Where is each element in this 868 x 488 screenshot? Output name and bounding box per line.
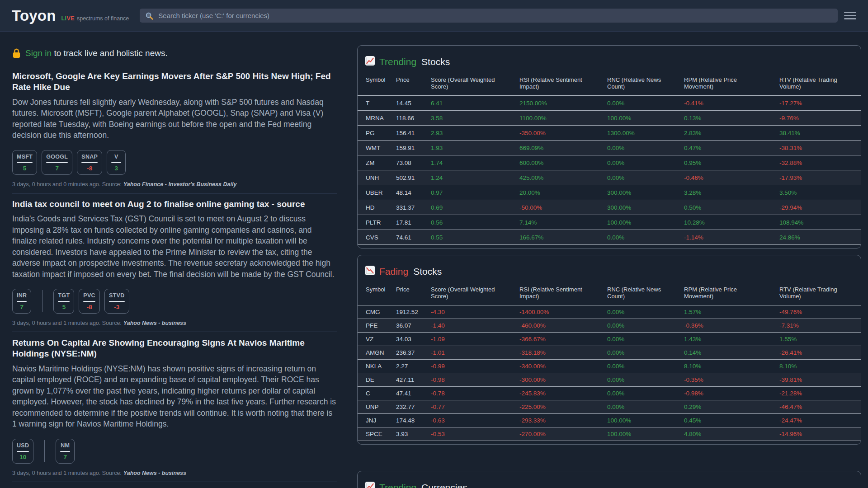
signin-text: Sign in to track live and holistic news.	[25, 48, 168, 58]
column-header: RPM (Relative Price Movement)	[676, 74, 771, 96]
rnc-cell: 1300.00%	[599, 126, 676, 141]
rsi-cell: -318.18%	[511, 346, 599, 360]
column-header: Symbol	[358, 74, 388, 96]
stock-row[interactable]: UNH502.911.24425.00%0.00%-0.46%-17.93%	[358, 170, 861, 185]
stock-row[interactable]: MRNA118.663.581100.00%100.00%0.13%-9.76%	[358, 111, 861, 126]
stock-row[interactable]: C47.41-0.78-245.83%0.00%-0.98%-21.28%	[358, 387, 861, 400]
ticker-symbol: V	[114, 154, 118, 160]
rtv-cell: -39.81%	[771, 373, 861, 387]
rnc-cell: 0.00%	[599, 305, 676, 319]
tag-group-divider	[42, 290, 42, 312]
stock-row[interactable]: ZM73.081.74600.00%0.00%0.95%-32.88%	[358, 155, 861, 170]
rsi-cell: 2150.00%	[511, 96, 599, 111]
timestamp-text: 3 days, 0 hours and 1 minutes ago. Sourc…	[12, 470, 122, 476]
rtv-cell: 3.50%	[771, 185, 861, 200]
search-bar[interactable]	[140, 9, 838, 23]
rsi-cell: -270.00%	[511, 427, 599, 441]
price-cell: 14.45	[388, 96, 423, 111]
rnc-cell: 0.00%	[599, 373, 676, 387]
panel-title-rest: Currencies	[421, 482, 467, 488]
stock-row[interactable]: UNP232.77-0.77-225.00%0.00%0.29%-46.47%	[358, 400, 861, 414]
rtv-cell: -14.96%	[771, 427, 861, 441]
tag-divider	[83, 301, 95, 302]
price-cell: 73.08	[388, 155, 423, 170]
score-cell: 6.41	[423, 96, 511, 111]
rpm-cell: 0.29%	[676, 400, 771, 414]
tagline: spectrums of finance	[77, 15, 129, 22]
rpm-cell: 0.45%	[676, 414, 771, 427]
column-header: RPM (Relative Price Movement)	[676, 283, 771, 305]
rpm-cell: 1.43%	[676, 333, 771, 346]
stock-row[interactable]: SPCE3.93-0.53-270.00%100.00%4.80%-14.96%	[358, 427, 861, 441]
stock-row[interactable]: HD331.370.69-50.00%300.00%0.50%-29.94%	[358, 200, 861, 215]
rsi-cell: -245.83%	[511, 387, 599, 400]
search-icon	[145, 12, 153, 20]
rsi-cell: -1400.00%	[511, 305, 599, 319]
tag-divider	[60, 451, 70, 452]
ticker-tag[interactable]: INR7	[12, 289, 31, 314]
ticker-tag[interactable]: PVC-8	[79, 289, 100, 314]
score-cell: 2.93	[423, 126, 511, 141]
signin-row: Sign in to track live and holistic news.	[12, 48, 337, 58]
price-cell: 502.91	[388, 170, 423, 185]
stock-row[interactable]: VZ34.03-1.09-366.67%0.00%1.43%1.55%	[358, 333, 861, 346]
rnc-cell: 0.00%	[599, 96, 676, 111]
rpm-cell: -0.98%	[676, 387, 771, 400]
stock-row[interactable]: AMGN236.37-1.01-318.18%0.00%0.14%-26.41%	[358, 346, 861, 360]
article-headline[interactable]: Returns On Capital Are Showing Encouragi…	[12, 338, 337, 359]
rtv-cell: -21.28%	[771, 387, 861, 400]
stock-row[interactable]: DE427.11-0.98-300.00%0.00%-0.35%-39.81%	[358, 373, 861, 387]
rtv-cell: -17.27%	[771, 96, 861, 111]
symbol-cell: CMG	[358, 305, 388, 319]
stock-row[interactable]: WMT159.911.93669.09%0.00%0.47%-38.31%	[358, 141, 861, 155]
price-cell: 427.11	[388, 373, 423, 387]
rtv-cell: 108.94%	[771, 215, 861, 230]
rtv-cell: -29.94%	[771, 200, 861, 215]
price-cell: 2.27	[388, 360, 423, 373]
signin-link[interactable]: Sign in	[25, 48, 52, 58]
news-feed: Sign in to track live and holistic news.…	[12, 32, 337, 488]
rsi-cell: -460.00%	[511, 319, 599, 333]
ticker-tag[interactable]: STVD-3	[104, 289, 129, 314]
ticker-tag[interactable]: V3	[107, 150, 126, 175]
ticker-tag[interactable]: TGT5	[53, 289, 74, 314]
rnc-cell: 0.00%	[599, 155, 676, 170]
stock-row[interactable]: PFE36.07-1.40-460.00%0.00%-0.36%-7.31%	[358, 319, 861, 333]
stock-row[interactable]: CVS74.610.55166.67%0.00%-1.14%24.86%	[358, 230, 861, 245]
ticker-tag[interactable]: GOOGL7	[42, 150, 72, 175]
rnc-cell: 100.00%	[599, 427, 676, 441]
rtv-cell: -24.47%	[771, 414, 861, 427]
ticker-tag[interactable]: MSFT5	[12, 150, 37, 175]
symbol-cell: T	[358, 96, 388, 111]
ticker-tag[interactable]: SNAP-8	[77, 150, 102, 175]
stock-row[interactable]: JNJ174.48-0.63-293.33%100.00%0.45%-24.47…	[358, 414, 861, 427]
rnc-cell: 300.00%	[599, 185, 676, 200]
tag-group-divider	[44, 440, 45, 462]
app-logo[interactable]: Toyon	[12, 8, 56, 23]
stock-row[interactable]: CMG1912.52-4.30-1400.00%0.00%1.57%-49.76…	[358, 305, 861, 319]
stock-row[interactable]: PG156.412.93-350.00%1300.00%2.83%38.41%	[358, 126, 861, 141]
price-cell: 17.81	[388, 215, 423, 230]
rtv-cell: -46.47%	[771, 400, 861, 414]
rpm-cell: 0.95%	[676, 155, 771, 170]
rnc-cell: 300.00%	[599, 200, 676, 215]
ticker-score: 10	[19, 454, 26, 460]
ticker-tag[interactable]: NM7	[56, 439, 75, 464]
column-header: RNC (Relative News Count)	[599, 74, 676, 96]
article-headline[interactable]: India tax council to meet on Aug 2 to fi…	[12, 199, 337, 210]
stock-row[interactable]: T14.456.412150.00%0.00%-0.41%-17.27%	[358, 96, 861, 111]
menu-button[interactable]	[844, 10, 856, 21]
stock-row[interactable]: UBER48.140.9720.00%300.00%3.28%3.50%	[358, 185, 861, 200]
news-article: Microsoft, Google Are Key Earnings Mover…	[12, 71, 337, 193]
timestamp-text: 3 days, 0 hours and 0 minutes ago. Sourc…	[12, 181, 122, 188]
search-input[interactable]	[157, 11, 832, 20]
article-headline[interactable]: Microsoft, Google Are Key Earnings Mover…	[12, 71, 337, 93]
stock-row[interactable]: NKLA2.27-0.99-340.00%0.00%8.10%8.10%	[358, 360, 861, 373]
ticker-tag[interactable]: USD10	[12, 439, 33, 464]
ticker-score: -8	[87, 304, 92, 310]
stock-row[interactable]: PLTR17.810.567.14%100.00%10.28%108.94%	[358, 215, 861, 230]
rtv-cell: -49.76%	[771, 305, 861, 319]
score-cell: 1.74	[423, 155, 511, 170]
chart-up-icon	[365, 56, 375, 68]
symbol-cell: PLTR	[358, 215, 388, 230]
